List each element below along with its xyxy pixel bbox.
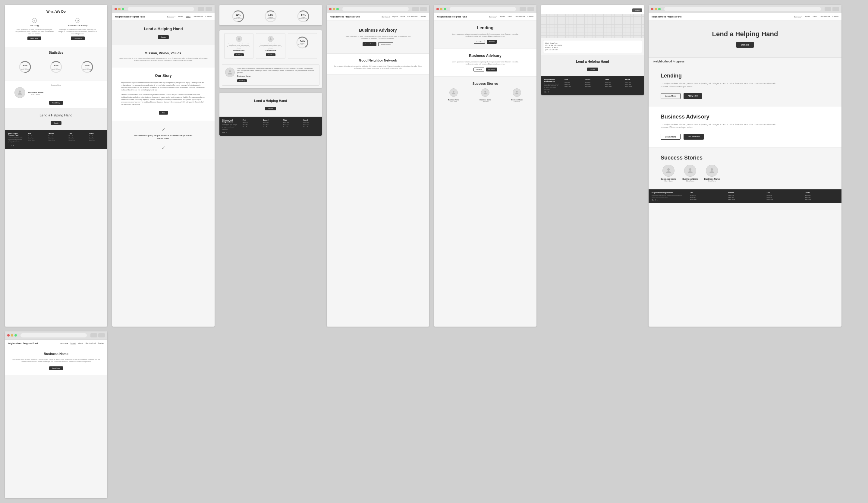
footer3-col3: Third Menu One Menu Two Menu Three bbox=[283, 119, 299, 133]
social-gplus[interactable]: G+ bbox=[8, 145, 10, 146]
hero-title-2: Lend a Helping Hand bbox=[117, 27, 210, 31]
social-fb[interactable]: f bbox=[11, 145, 12, 146]
apply-now-large[interactable]: Apply Now bbox=[683, 93, 702, 99]
nav-impact-3[interactable]: Impact bbox=[392, 16, 398, 18]
read-story-btn-bottom[interactable]: Read Story bbox=[49, 366, 63, 370]
social-tw[interactable]: t bbox=[13, 145, 14, 146]
lending-icon: ⊙ bbox=[32, 18, 37, 23]
success-large: Success Stories Business Name Client Nam… bbox=[649, 147, 841, 189]
donate-btn-5[interactable]: Donate bbox=[736, 42, 754, 48]
social-tw-3[interactable]: t bbox=[228, 132, 228, 133]
footer-link-1c[interactable]: Menu Three bbox=[28, 139, 43, 141]
service-ba-label: Business Advisory bbox=[68, 24, 88, 27]
donate-btn-3[interactable]: Donate bbox=[265, 107, 276, 110]
read-story-btn-1[interactable]: Read Story bbox=[234, 53, 244, 56]
nav-getinvolved-4[interactable]: Get Involved bbox=[515, 16, 525, 18]
close-dot[interactable] bbox=[114, 8, 117, 10]
read-story-btn[interactable]: Read Story bbox=[49, 101, 63, 105]
browser-btn-2[interactable] bbox=[206, 7, 212, 11]
nav-getinvolved-5[interactable]: Get Involved bbox=[820, 16, 830, 18]
card-about-page: Neighborhood Progress Fund Services ▾ Im… bbox=[112, 5, 215, 327]
nav-contact-4[interactable]: Contact bbox=[527, 16, 534, 18]
map-placeholder bbox=[541, 14, 644, 38]
nav-contact-3[interactable]: Contact bbox=[420, 16, 426, 18]
footer-link-2a[interactable]: Menu One bbox=[48, 135, 64, 137]
footer-link-3a[interactable]: Menu One bbox=[69, 135, 84, 137]
donate-btn-4[interactable]: Donate bbox=[587, 68, 598, 71]
success-subname-2: Client Name bbox=[482, 101, 488, 102]
nav-about-5[interactable]: About bbox=[813, 16, 817, 18]
footer-link-1a[interactable]: Menu One bbox=[28, 135, 43, 137]
lending-section: Lending Lorem ipsum dolor sit amet, cons… bbox=[434, 21, 537, 49]
nav-getinvolved-2[interactable]: Get Involved bbox=[193, 16, 203, 18]
footer-link-3c[interactable]: Menu Three bbox=[69, 139, 84, 141]
nav-services-5[interactable]: Services ▾ bbox=[794, 16, 802, 18]
maximize-dot[interactable] bbox=[122, 8, 124, 10]
card-hero-footer: Lend a Helping Hand Donate Neighborhood … bbox=[219, 93, 322, 136]
nav-contact-2[interactable]: Contact bbox=[205, 16, 211, 18]
footer-link-2b[interactable]: Menu Two bbox=[48, 137, 64, 139]
minimize-dot[interactable] bbox=[118, 8, 121, 10]
svg-point-42 bbox=[667, 168, 670, 171]
nav-logo-3: Neighborhood Progress Fund bbox=[330, 16, 360, 18]
ba-learn-more[interactable]: Learn More bbox=[474, 68, 484, 71]
become-partner-btn[interactable]: Become a Partner bbox=[363, 42, 376, 46]
social-tw-5[interactable]: t bbox=[657, 199, 658, 201]
ba-learn-more-btn[interactable]: Learn More bbox=[71, 37, 85, 40]
social-fb-4[interactable]: f bbox=[548, 91, 548, 93]
browser-chrome-5 bbox=[649, 5, 841, 13]
nav-services-3[interactable]: Services ▾ bbox=[382, 16, 390, 18]
footer-link-2c[interactable]: Menu Three bbox=[48, 139, 64, 141]
footer5-col2: Second Menu One Menu Two Menu Three bbox=[728, 192, 762, 201]
read-story-btn-2[interactable]: Read Story bbox=[266, 53, 276, 56]
footer-link-1b[interactable]: Menu Two bbox=[28, 137, 43, 139]
ba-large-title: Business Advisory bbox=[661, 114, 829, 120]
svg-point-39 bbox=[453, 91, 454, 93]
ba-large: Business Advisory Lorem ipsum dolor sit … bbox=[649, 106, 841, 147]
donate-btn-2[interactable]: Donate bbox=[158, 35, 169, 39]
social-tw-4[interactable]: t bbox=[550, 91, 550, 93]
nav-impact-4[interactable]: Impact bbox=[500, 16, 505, 18]
footer-link-4c[interactable]: Menu Three bbox=[89, 139, 104, 141]
nav-about-3[interactable]: About bbox=[400, 16, 405, 18]
nav-contact-5[interactable]: Contact bbox=[832, 16, 838, 18]
lending-learn-more[interactable]: Learn More bbox=[474, 40, 485, 44]
submit-btn[interactable]: Submit bbox=[632, 9, 642, 12]
ba-get-involved-large[interactable]: Get Involved bbox=[683, 134, 704, 140]
nav-about-4[interactable]: About bbox=[508, 16, 513, 18]
social-gplus-4[interactable]: G+ bbox=[544, 91, 547, 93]
stat-32-2: 32% Far Away Behind the curve bbox=[231, 10, 245, 23]
nav-services-2[interactable]: Services ▾ bbox=[167, 16, 175, 18]
social-gplus-3[interactable]: G+ bbox=[223, 132, 225, 133]
ba-learn-more-large[interactable]: Learn More bbox=[661, 134, 681, 140]
read-story-btn-3[interactable]: Read Story bbox=[237, 79, 247, 82]
footer-col-1: First Menu One Menu Two Menu Three bbox=[28, 132, 43, 146]
footer-link-4b[interactable]: Menu Two bbox=[89, 137, 104, 139]
stat-12: 12% Far Away Behind the curve bbox=[50, 60, 63, 74]
success-item-2: Business Name Client Name bbox=[471, 88, 500, 102]
browser-btn-1[interactable] bbox=[198, 7, 204, 11]
footer-link-3b[interactable]: Menu Two bbox=[69, 137, 84, 139]
nav-impact-5[interactable]: Impact bbox=[805, 16, 810, 18]
social-fb-5[interactable]: f bbox=[655, 199, 656, 201]
nav-impact-2[interactable]: Impact bbox=[178, 16, 183, 18]
ba-get-involved[interactable]: Get Involved bbox=[486, 68, 497, 71]
nav-about-2[interactable]: About bbox=[186, 16, 190, 18]
nav-getinvolved-3[interactable]: Get Involved bbox=[407, 16, 418, 18]
learn-more-large[interactable]: Learn More bbox=[661, 93, 681, 99]
story-para1: Neighborhood Progress Fund believes acce… bbox=[121, 81, 206, 91]
lending-learn-more-btn[interactable]: Learn More bbox=[28, 37, 41, 40]
help-btn[interactable]: Help bbox=[159, 111, 168, 115]
footer-link-4a[interactable]: Menu One bbox=[89, 135, 104, 137]
svg-point-41 bbox=[516, 91, 518, 93]
success-item-1: Business Name Client Name bbox=[439, 88, 468, 102]
donate-btn-1[interactable]: Donate bbox=[51, 121, 61, 125]
url-bar-2[interactable] bbox=[128, 7, 194, 11]
apply-now-btn[interactable]: Apply Now bbox=[487, 40, 497, 44]
social-gplus-5[interactable]: G+ bbox=[652, 199, 654, 201]
nav-services-4[interactable]: Services ▾ bbox=[489, 16, 497, 18]
card-services-large: Neighborhood Progress Fund Services ▾ Im… bbox=[649, 5, 841, 327]
statistics-title: Statistics bbox=[10, 51, 103, 54]
social-fb-3[interactable]: f bbox=[226, 132, 227, 133]
become-member-btn[interactable]: Become a Member bbox=[378, 42, 393, 46]
